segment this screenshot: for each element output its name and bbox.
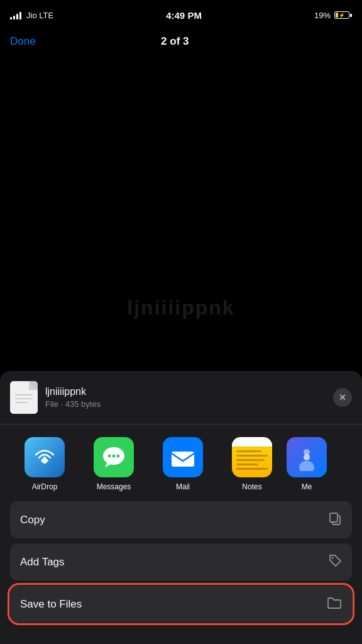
mail-icon [163,437,203,477]
notes-line-2 [236,455,268,457]
battery-tip [350,14,352,17]
copy-button[interactable]: Copy [10,501,352,538]
action-list: Copy Add Tags Save to Files [0,501,362,623]
svg-point-17 [332,557,334,559]
notes-header-stripe [232,437,272,447]
close-button[interactable]: ✕ [333,388,352,407]
copy-icon [328,511,342,528]
svg-rect-11 [172,452,194,467]
svg-rect-1 [29,381,38,390]
tag-icon [328,553,342,570]
nav-title: 2 of 3 [161,35,189,48]
status-right: 19% ⚡ [314,11,352,20]
airdrop-label: AirDrop [32,482,58,491]
signal-bar-4 [19,12,21,19]
file-icon [10,381,38,414]
svg-rect-14 [299,461,314,471]
svg-point-9 [112,455,116,458]
app-item-messages[interactable]: Messages [79,437,148,491]
nav-bar: Done 2 of 3 [0,28,362,55]
airdrop-icon [25,437,65,477]
status-time: 4:49 PM [166,10,202,21]
signal-bar-3 [16,14,18,19]
svg-point-13 [304,454,310,460]
signal-bar-2 [13,16,15,19]
file-info: ljniiiippnk File · 435 bytes [10,381,101,414]
svg-point-8 [108,455,111,458]
more-label: Me [302,482,312,491]
app-item-airdrop[interactable]: AirDrop [10,437,79,491]
notes-line-1 [236,450,261,452]
messages-icon [94,437,134,477]
mail-label: Mail [176,482,190,491]
app-icons-row: AirDrop Messages [0,425,362,501]
battery-bolt: ⚡ [339,13,345,18]
main-content: ljniiiippnk [0,55,362,326]
notes-label: Notes [242,482,261,491]
notes-body [232,447,272,477]
folder-icon [327,596,342,613]
battery-fill [336,13,338,18]
battery-percent: 19% [314,11,331,20]
file-meta: File · 435 bytes [45,399,101,409]
battery-body: ⚡ [334,11,349,19]
content-watermark: ljniiiippnk [127,296,234,319]
app-item-more[interactable]: Me [287,437,327,491]
notes-line-3 [236,459,265,461]
copy-label: Copy [20,514,45,526]
file-name: ljniiiippnk [45,386,101,397]
save-to-files-button[interactable]: Save to Files [10,586,352,623]
notes-line-4 [236,464,258,465]
status-bar: Jio LTE 4:49 PM 19% ⚡ [0,0,362,28]
add-tags-button[interactable]: Add Tags [10,543,352,580]
carrier-label: Jio LTE [26,11,53,20]
file-header: ljniiiippnk File · 435 bytes ✕ [0,371,362,425]
share-sheet: ljniiiippnk File · 435 bytes ✕ AirDrop [0,371,362,644]
svg-point-10 [117,455,120,458]
file-details: ljniiiippnk File · 435 bytes [45,386,101,409]
battery-icon: ⚡ [334,11,352,19]
more-icon [287,437,327,477]
status-left: Jio LTE [10,11,53,20]
notes-line-5 [236,468,268,470]
add-tags-label: Add Tags [20,556,65,569]
done-button[interactable]: Done [10,35,36,48]
svg-rect-16 [330,513,337,522]
signal-bars [10,11,21,19]
app-item-mail[interactable]: Mail [148,437,217,491]
save-to-files-label: Save to Files [20,598,82,611]
signal-bar-1 [10,17,12,19]
notes-icon [232,437,272,477]
app-item-notes[interactable]: Notes [217,437,287,491]
messages-label: Messages [97,482,131,491]
